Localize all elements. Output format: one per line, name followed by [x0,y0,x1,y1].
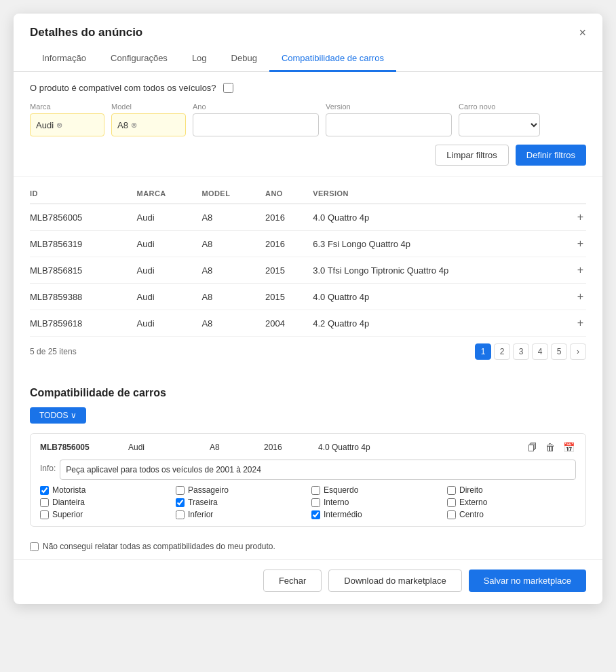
tab-compatibilidade[interactable]: Compatibilidade de carros [269,46,396,72]
compat-section2: Compatibilidade de carros TODOS ∨ MLB785… [14,373,602,527]
cell-ano: 2004 [265,310,313,337]
cell-add[interactable]: + [570,257,586,284]
ano-label: Ano [193,102,319,111]
cell-id: MLB7859388 [30,284,137,310]
marca-input[interactable]: Audi ⊗ [30,113,104,136]
cb-superior: Superior [40,510,169,519]
carro-novo-select[interactable]: Sim Não [459,113,540,136]
intermedio-checkbox[interactable] [311,510,320,519]
carro-novo-filter-group: Carro novo Sim Não [459,102,540,136]
cell-ano: 2015 [265,257,313,284]
cb-dianteira: Dianteira [40,498,169,507]
cell-add[interactable]: + [570,310,586,337]
table-row: MLB7856815 Audi A8 2015 3.0 Tfsi Longo T… [30,257,586,284]
model-filter-group: Model A8 ⊗ [111,102,186,136]
page-1-button[interactable]: 1 [475,343,491,360]
clear-filters-button[interactable]: Limpar filtros [435,145,508,166]
table-body: MLB7856005 Audi A8 2016 4.0 Quattro 4p +… [30,204,586,337]
car-version: 4.0 Quattro 4p [318,443,526,452]
table-row: MLB7859388 Audi A8 2015 4.0 Quattro 4p + [30,284,586,310]
page-3-button[interactable]: 3 [513,343,529,360]
externo-checkbox[interactable] [447,498,456,507]
superior-checkbox[interactable] [40,510,49,519]
not-reported-checkbox[interactable] [30,542,39,551]
salvar-button[interactable]: Salvar no marketplace [469,570,586,592]
delete-button[interactable]: 🗑 [544,441,556,454]
table-row: MLB7856319 Audi A8 2016 6.3 Fsi Longo Qu… [30,231,586,257]
cell-add[interactable]: + [570,284,586,310]
cell-marca: Audi [137,231,202,257]
table-count: 5 de 25 itens [30,347,77,356]
filter-buttons-row: Limpar filtros Definir filtros [30,145,586,166]
page-next-button[interactable]: › [570,343,586,360]
cell-marca: Audi [137,284,202,310]
car-entry: MLB7856005 Audi A8 2016 4.0 Quattro 4p 🗍… [30,433,586,527]
table-row: MLB7856005 Audi A8 2016 4.0 Quattro 4p + [30,204,586,231]
model-tag: A8 [117,120,128,130]
dianteira-checkbox[interactable] [40,498,49,507]
motorista-label: Motorista [52,485,85,495]
tab-informacao[interactable]: Informação [30,46,98,72]
passageiro-label: Passageiro [188,485,229,495]
download-button[interactable]: Download do marketplace [328,570,461,592]
todos-chevron: ∨ [71,411,77,420]
version-input[interactable] [326,113,452,136]
cb-centro: Centro [447,510,576,519]
copy-button[interactable]: 🗍 [526,441,539,454]
interno-checkbox[interactable] [311,498,320,507]
direito-checkbox[interactable] [447,486,456,495]
inferior-label: Inferior [188,510,213,519]
col-model: MODEL [201,184,265,204]
table-header-row: ID MARCA MODEL ANO VERSION [30,184,586,204]
modal-title: Detalhes do anúncio [30,26,142,39]
model-remove-icon[interactable]: ⊗ [131,121,137,130]
interno-label: Interno [324,498,349,507]
define-filters-button[interactable]: Definir filtros [516,145,586,166]
compat-question-text: O produto é compatível com todos os veíc… [30,83,216,93]
close-button[interactable]: × [579,26,586,39]
cell-add[interactable]: + [570,231,586,257]
cb-externo: Externo [447,498,576,507]
cell-version: 4.0 Quattro 4p [313,204,570,231]
not-reported-row: Não consegui relatar todas as compatibil… [14,534,602,559]
ano-input[interactable] [193,113,319,136]
col-version: VERSION [313,184,570,204]
motorista-checkbox[interactable] [40,486,49,495]
tab-configuracoes[interactable]: Configurações [98,46,180,72]
inferior-checkbox[interactable] [176,510,185,519]
table-section: ID MARCA MODEL ANO VERSION MLB7856005 Au… [14,184,602,373]
ano-filter-group: Ano [193,102,319,136]
cell-add[interactable]: + [570,204,586,231]
page-2-button[interactable]: 2 [494,343,510,360]
tab-debug[interactable]: Debug [219,46,269,72]
marca-remove-icon[interactable]: ⊗ [56,121,62,130]
traseira-checkbox[interactable] [176,498,185,507]
cell-model: A8 [201,231,265,257]
compat-all-checkbox[interactable] [223,83,233,93]
cell-model: A8 [201,257,265,284]
page-5-button[interactable]: 5 [551,343,567,360]
car-entry-header: MLB7856005 Audi A8 2016 4.0 Quattro 4p 🗍… [40,441,576,454]
todos-button[interactable]: TODOS ∨ [30,407,86,424]
page-4-button[interactable]: 4 [532,343,548,360]
passageiro-checkbox[interactable] [176,486,185,495]
cb-motorista: Motorista [40,485,169,495]
tab-log[interactable]: Log [180,46,219,72]
model-input[interactable]: A8 ⊗ [111,113,186,136]
info-row: Info: [40,460,576,480]
car-model: A8 [210,443,264,452]
externo-label: Externo [459,498,487,507]
fechar-button[interactable]: Fechar [263,570,322,592]
esquerdo-checkbox[interactable] [311,486,320,495]
cell-version: 3.0 Tfsi Longo Tiptronic Quattro 4p [313,257,570,284]
cell-version: 6.3 Fsi Longo Quattro 4p [313,231,570,257]
car-actions: 🗍 🗑 📅 [526,441,576,454]
cell-marca: Audi [137,310,202,337]
centro-checkbox[interactable] [447,510,456,519]
info-input[interactable] [60,460,576,480]
cell-model: A8 [201,310,265,337]
centro-label: Centro [459,510,484,519]
edit-button[interactable]: 📅 [562,441,576,454]
marca-label: Marca [30,102,104,111]
todos-label: TODOS [39,411,68,420]
